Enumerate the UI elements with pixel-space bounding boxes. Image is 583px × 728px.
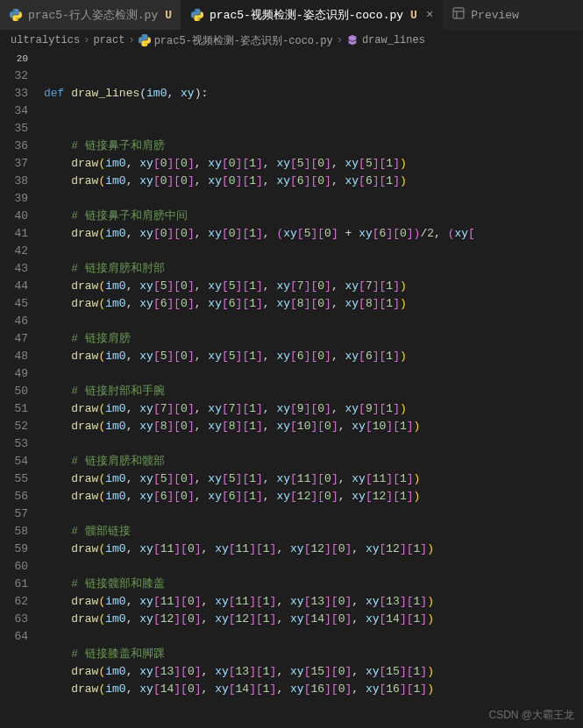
tab-label: prac5-行人姿态检测.py — [28, 7, 158, 23]
code-editor[interactable]: 20 3233343536373839404142434445464748495… — [0, 50, 583, 728]
breadcrumb-part[interactable]: prac5-视频检测-姿态识别-coco.py — [154, 33, 333, 48]
tab-file-2[interactable]: prac5-视频检测-姿态识别-coco.py U × — [181, 0, 443, 30]
preview-icon — [451, 6, 466, 24]
tab-file-1[interactable]: prac5-行人姿态检测.py U — [0, 0, 181, 30]
watermark: CSDN @大霸王龙 — [488, 708, 574, 723]
breadcrumb[interactable]: ultralytics › pract › prac5-视频检测-姿态识别-co… — [0, 31, 583, 50]
tab-label: prac5-视频检测-姿态识别-coco.py — [210, 7, 403, 23]
function-icon — [346, 34, 359, 46]
preview-label: Preview — [471, 9, 519, 22]
line-number-gutter: 20 3233343536373839404142434445464748495… — [0, 50, 44, 728]
chevron-right-icon: › — [128, 34, 134, 46]
chevron-right-icon: › — [337, 34, 343, 46]
tab-bar: prac5-行人姿态检测.py U prac5-视频检测-姿态识别-coco.p… — [0, 0, 583, 31]
breadcrumb-part[interactable]: pract — [93, 34, 124, 46]
tab-preview[interactable]: Preview — [443, 0, 528, 30]
breadcrumb-part[interactable]: ultralytics — [11, 34, 80, 46]
python-icon — [9, 8, 23, 22]
code-content[interactable]: def draw_lines(im0, xy): # 链接鼻子和肩膀 draw(… — [44, 50, 583, 728]
modified-indicator: U — [165, 9, 172, 22]
chevron-right-icon: › — [83, 34, 89, 46]
modified-indicator: U — [410, 9, 417, 22]
python-icon — [139, 34, 151, 46]
python-icon — [190, 8, 204, 22]
svg-rect-0 — [453, 8, 464, 18]
close-icon[interactable]: × — [426, 8, 433, 22]
breadcrumb-part[interactable]: draw_lines — [362, 34, 425, 46]
